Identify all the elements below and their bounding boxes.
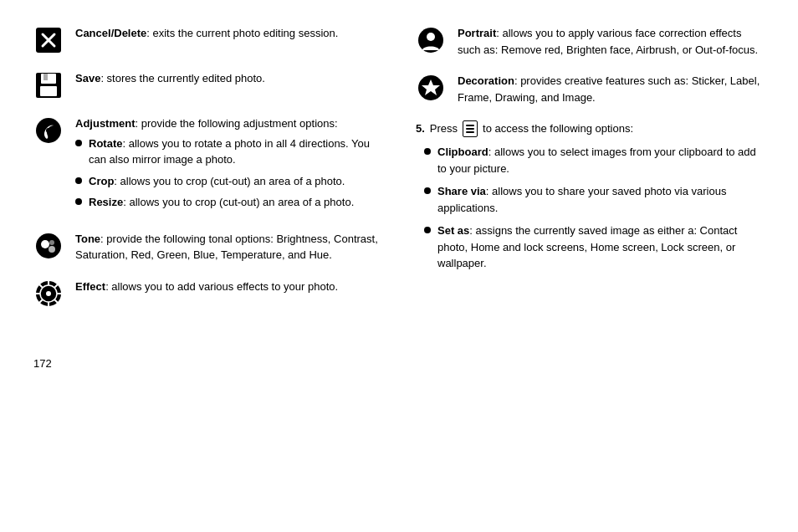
cancel-delete-icon xyxy=(33,25,64,55)
step-number: 5. xyxy=(416,120,425,137)
step-5: 5. Press to access the following options… xyxy=(416,120,765,272)
svg-point-10 xyxy=(41,240,49,248)
svg-point-12 xyxy=(49,240,54,245)
svg-rect-5 xyxy=(43,74,48,80)
decoration-text: Decoration: provides creative features s… xyxy=(458,73,765,105)
adjustment-bullets: Rotate: allows you to rotate a photo in … xyxy=(75,136,382,211)
svg-point-23 xyxy=(46,291,51,296)
bullet-dot xyxy=(424,187,431,194)
menu-icon xyxy=(463,120,478,137)
effect-item: Effect: allows you to add various effect… xyxy=(33,279,382,309)
svg-point-11 xyxy=(49,246,55,253)
main-content: Cancel/Delete: exits the current photo e… xyxy=(33,25,765,324)
portrait-item: Portrait: allows you to apply various fa… xyxy=(416,25,765,58)
left-column: Cancel/Delete: exits the current photo e… xyxy=(33,25,382,324)
step-5-prefix: Press xyxy=(430,120,458,137)
tone-label: Tone xyxy=(75,233,100,245)
rotate-bullet: Rotate: allows you to rotate a photo in … xyxy=(75,136,382,168)
bullet-dot xyxy=(424,227,431,233)
step-5-bullets: Clipboard: allows you to select images f… xyxy=(416,144,765,272)
set-as-bullet: Set as: assigns the currently saved imag… xyxy=(424,223,765,272)
step-5-header: 5. Press to access the following options… xyxy=(416,120,765,137)
step-5-suffix: to access the following options: xyxy=(483,120,633,137)
tone-text: Tone: provide the following tonal option… xyxy=(75,231,382,263)
crop-bullet: Crop: allows you to crop (cut-out) an ar… xyxy=(75,173,382,190)
svg-point-25 xyxy=(427,33,435,41)
svg-rect-4 xyxy=(41,74,56,84)
portrait-icon xyxy=(416,25,446,55)
adjustment-text: Adjustment: provide the following adjust… xyxy=(75,115,382,216)
bullet-dot xyxy=(75,198,82,205)
portrait-label: Portrait xyxy=(458,27,496,39)
adjustment-item: Adjustment: provide the following adjust… xyxy=(33,115,382,216)
clipboard-bullet: Clipboard: allows you to select images f… xyxy=(424,144,765,176)
cancel-delete-text: Cancel/Delete: exits the current photo e… xyxy=(75,25,382,42)
adjustment-icon xyxy=(33,115,64,146)
decoration-item: Decoration: provides creative features s… xyxy=(416,73,765,105)
effect-icon xyxy=(33,279,64,309)
portrait-text: Portrait: allows you to apply various fa… xyxy=(458,25,765,58)
save-icon xyxy=(33,70,64,100)
save-label: Save xyxy=(75,72,100,84)
save-text: Save: stores the currently edited photo. xyxy=(75,70,382,87)
share-via-bullet: Share via: allows you to share your save… xyxy=(424,183,765,216)
bullet-dot xyxy=(424,148,431,155)
footer: 172 xyxy=(33,357,765,370)
svg-rect-6 xyxy=(40,86,57,96)
decoration-icon xyxy=(416,73,446,103)
cancel-delete-label: Cancel/Delete xyxy=(75,27,146,39)
tone-item: Tone: provide the following tonal option… xyxy=(33,231,382,263)
bullet-dot xyxy=(75,177,82,184)
svg-point-8 xyxy=(46,128,51,133)
adjustment-label: Adjustment xyxy=(75,117,136,130)
page-number: 172 xyxy=(33,357,52,370)
resize-bullet: Resize: allows you to crop (cut-out) an … xyxy=(75,194,382,211)
bullet-dot xyxy=(75,140,82,146)
tone-icon xyxy=(33,231,64,261)
decoration-label: Decoration xyxy=(458,74,514,87)
effect-text: Effect: allows you to add various effect… xyxy=(75,279,382,295)
right-column: Portrait: allows you to apply various fa… xyxy=(416,25,765,324)
effect-label: Effect xyxy=(75,280,105,293)
save-item: Save: stores the currently edited photo. xyxy=(33,70,382,100)
cancel-delete-item: Cancel/Delete: exits the current photo e… xyxy=(33,25,382,55)
